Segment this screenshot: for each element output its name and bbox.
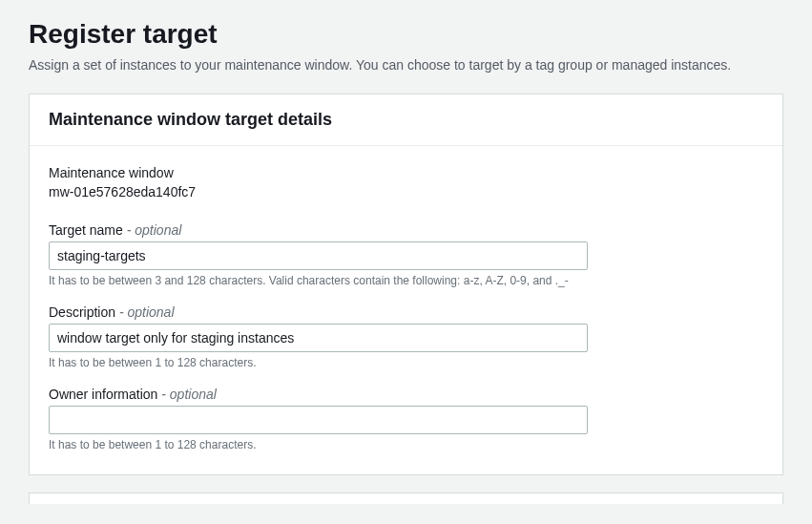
description-label: Description - optional (49, 304, 763, 320)
details-panel: Maintenance window target details Mainte… (29, 94, 783, 475)
target-name-hint: It has to be between 3 and 128 character… (49, 274, 763, 287)
next-panel-peek (29, 493, 783, 504)
page-subtitle: Assign a set of instances to your mainte… (29, 57, 783, 73)
owner-info-input[interactable] (49, 406, 588, 434)
owner-info-label-text: Owner information (49, 387, 157, 402)
optional-suffix: - optional (115, 304, 174, 320)
target-name-label: Target name - optional (49, 222, 763, 238)
panel-body: Maintenance window mw-01e57628eda140fc7 … (30, 146, 782, 474)
maintenance-window-value: mw-01e57628eda140fc7 (49, 184, 763, 199)
optional-suffix: - optional (123, 222, 181, 238)
target-name-field: Target name - optional It has to be betw… (49, 222, 763, 287)
panel-header: Maintenance window target details (30, 94, 782, 146)
owner-info-hint: It has to be between 1 to 128 characters… (49, 438, 763, 451)
target-name-input[interactable] (49, 241, 588, 270)
page-title: Register target (29, 19, 783, 50)
optional-suffix: - optional (157, 387, 216, 402)
target-name-label-text: Target name (49, 222, 123, 238)
description-field: Description - optional It has to be betw… (49, 304, 763, 369)
description-hint: It has to be between 1 to 128 characters… (49, 356, 763, 369)
maintenance-window-label: Maintenance window (49, 165, 763, 180)
panel-heading: Maintenance window target details (49, 110, 763, 130)
description-input[interactable] (49, 324, 588, 352)
maintenance-window-field: Maintenance window mw-01e57628eda140fc7 (49, 165, 763, 199)
owner-info-field: Owner information - optional It has to b… (49, 387, 763, 451)
owner-info-label: Owner information - optional (49, 387, 763, 402)
description-label-text: Description (49, 304, 115, 320)
